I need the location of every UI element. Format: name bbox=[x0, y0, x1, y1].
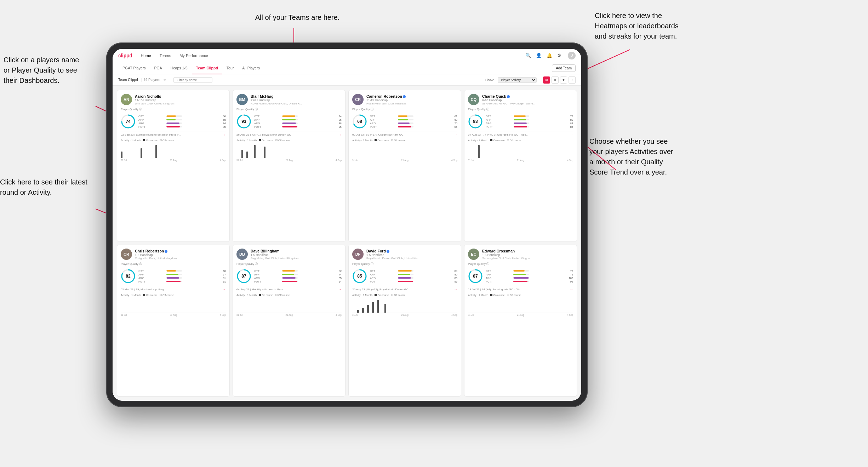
chart-date: 21 Aug bbox=[401, 314, 409, 316]
player-info: Cameron Robertson 11-15 Handicap Royal P… bbox=[366, 94, 457, 105]
player-name[interactable]: Chris Robertson bbox=[135, 249, 226, 253]
tab-hcaps[interactable]: Hcaps 1-5 bbox=[166, 62, 192, 74]
activity-section: Activity · 1 Month On course Off course … bbox=[121, 294, 226, 316]
latest-round[interactable]: 05 Mar 23 | 19, Must make putting → bbox=[121, 286, 226, 291]
latest-round[interactable]: 07 Aug 23 | 77 (+7), St George's Hill GC… bbox=[468, 131, 573, 137]
player-card[interactable]: CQ Charlie Quick 6-10 Handicap St. Georg… bbox=[464, 90, 577, 242]
player-name[interactable]: Charlie Quick bbox=[482, 94, 573, 98]
on-course-dot bbox=[490, 139, 492, 141]
user-avatar[interactable]: U bbox=[568, 52, 576, 59]
player-header: CR Chris Robertson 1-5 Handicap Craigmil… bbox=[121, 249, 226, 260]
on-course-dot bbox=[375, 294, 377, 296]
list-view-button[interactable]: ≡ bbox=[552, 76, 559, 84]
quality-circle[interactable]: 93 bbox=[236, 114, 251, 129]
stats-grid: OTT 61 APP 63 ARG 75 PUTT 85 bbox=[370, 115, 457, 129]
app-logo: clippd bbox=[118, 53, 132, 58]
tab-pgat-players[interactable]: PGAT Players bbox=[118, 62, 150, 74]
profile-icon[interactable]: 👤 bbox=[536, 53, 542, 58]
player-name[interactable]: Dave Billingham bbox=[251, 249, 342, 253]
round-arrow-icon: → bbox=[570, 287, 573, 291]
player-card[interactable]: BM Blair McHarg Plus Handicap Royal Nort… bbox=[233, 90, 346, 242]
player-handicap: 1-5 Handicap bbox=[251, 253, 342, 257]
player-card[interactable]: CR Chris Robertson 1-5 Handicap Craigmil… bbox=[117, 245, 230, 397]
show-select[interactable]: Player Activity Quality Score Trend bbox=[498, 77, 537, 83]
player-name[interactable]: David Ford bbox=[366, 249, 457, 253]
player-info: Edward Crossman 1-5 Handicap Sunningdale… bbox=[482, 249, 573, 260]
nav-teams[interactable]: Teams bbox=[160, 53, 171, 58]
quality-circle[interactable]: 85 bbox=[352, 269, 367, 284]
filter-button[interactable]: ▼ bbox=[560, 76, 567, 84]
quality-circle[interactable]: 87 bbox=[236, 269, 251, 284]
chart-date: 21 Aug bbox=[170, 159, 177, 161]
nav-home[interactable]: Home bbox=[141, 53, 151, 58]
settings-icon[interactable]: ⚙ bbox=[557, 53, 563, 58]
player-avatar: BM bbox=[236, 94, 248, 105]
on-course-label: On course bbox=[377, 294, 389, 296]
off-course-dot bbox=[275, 294, 278, 296]
arg-value: 103 bbox=[549, 277, 573, 280]
tab-tour[interactable]: Tour bbox=[222, 62, 238, 74]
quality-section: 85 OTT 89 APP 80 ARG 83 PUTT 96 bbox=[352, 269, 457, 284]
filter-input[interactable] bbox=[173, 77, 212, 83]
mini-chart bbox=[468, 143, 573, 158]
player-card[interactable]: AN Aaron Nicholls 11-15 Handicap Drift G… bbox=[117, 90, 230, 242]
activity-section: Activity · 1 Month On course Off course … bbox=[352, 139, 457, 161]
on-course-dot bbox=[259, 139, 261, 141]
quality-circle[interactable]: 83 bbox=[468, 114, 483, 129]
quality-section: 83 OTT 77 APP 80 ARG 83 PUTT 86 bbox=[468, 114, 573, 129]
player-card[interactable]: DF David Ford 1-5 Handicap Royal North D… bbox=[348, 245, 461, 397]
putt-label: PUTT bbox=[486, 280, 512, 283]
edit-icon[interactable]: ✏ bbox=[164, 78, 166, 82]
player-name[interactable]: Blair McHarg bbox=[251, 94, 342, 98]
quality-label[interactable]: Player Quality ⓘ bbox=[121, 262, 226, 266]
player-name[interactable]: Aaron Nicholls bbox=[135, 94, 226, 98]
annotation-player-name: Click on a players nameor Player Quality… bbox=[4, 55, 97, 86]
latest-round[interactable]: 26 Aug 23 | 73 (+1), Royal North Devon G… bbox=[236, 131, 342, 137]
player-handicap: 11-15 Handicap bbox=[135, 98, 226, 102]
chart-date: 31 Jul bbox=[121, 159, 127, 161]
player-card[interactable]: EC Edward Crossman 1-5 Handicap Sunningd… bbox=[464, 245, 577, 397]
verified-badge bbox=[387, 250, 389, 253]
latest-round[interactable]: 02 Sep 23 | Sunrise round to get back in… bbox=[121, 131, 226, 137]
round-arrow-icon: → bbox=[454, 287, 457, 291]
quality-label[interactable]: Player Quality ⓘ bbox=[468, 107, 573, 111]
latest-round[interactable]: 26 Aug 23 | 84 (+12), Royal North Devon … bbox=[352, 286, 457, 291]
quality-circle[interactable]: 68 bbox=[352, 114, 367, 129]
on-course-label: On course bbox=[262, 139, 273, 142]
on-course-label: On course bbox=[146, 294, 157, 296]
latest-round[interactable]: 04 Sep 23 | Mobility with coach, Gym → bbox=[236, 286, 342, 291]
bell-icon[interactable]: 🔔 bbox=[547, 53, 552, 58]
add-team-button[interactable]: Add Team bbox=[552, 64, 576, 72]
chart-date: 4 Sep bbox=[336, 314, 342, 316]
sort-button[interactable]: ↕ bbox=[569, 76, 576, 84]
chart-dates: 31 Jul21 Aug4 Sep bbox=[352, 159, 457, 161]
app-label: APP bbox=[254, 273, 281, 276]
quality-circle[interactable]: 87 bbox=[468, 269, 483, 284]
quality-label[interactable]: Player Quality ⓘ bbox=[121, 107, 226, 111]
tab-all-players[interactable]: All Players bbox=[238, 62, 264, 74]
tab-pga[interactable]: PGA bbox=[150, 62, 166, 74]
nav-my-performance[interactable]: My Performance bbox=[179, 53, 208, 58]
quality-label[interactable]: Player Quality ⓘ bbox=[352, 107, 457, 111]
tab-team-clippd[interactable]: Team Clippd bbox=[192, 62, 222, 74]
latest-round[interactable]: 18 Jul 23 | 74 (+4), Sunningdale GC - Ol… bbox=[468, 286, 573, 291]
quality-label[interactable]: Player Quality ⓘ bbox=[352, 262, 457, 266]
quality-circle[interactable]: 74 bbox=[121, 114, 136, 129]
annotation-teams: All of your Teams are here. bbox=[227, 12, 368, 23]
quality-label[interactable]: Player Quality ⓘ bbox=[468, 262, 573, 266]
player-avatar: AN bbox=[121, 94, 132, 105]
quality-label[interactable]: Player Quality ⓘ bbox=[236, 107, 342, 111]
player-name[interactable]: Cameron Robertson bbox=[366, 94, 457, 98]
player-name[interactable]: Edward Crossman bbox=[482, 249, 573, 253]
player-card[interactable]: DB Dave Billingham 1-5 Handicap Sag Main… bbox=[233, 245, 346, 397]
latest-round[interactable]: 02 Jul 23 | 59 (+17), Craigmillar Park G… bbox=[352, 131, 457, 137]
quality-label[interactable]: Player Quality ⓘ bbox=[236, 262, 342, 266]
on-course-dot bbox=[375, 139, 377, 141]
search-icon[interactable]: 🔍 bbox=[525, 53, 531, 58]
player-card[interactable]: CR Cameron Robertson 11-15 Handicap Roya… bbox=[348, 90, 461, 242]
grid-view-button[interactable]: ⊞ bbox=[543, 76, 550, 84]
arg-label: ARG bbox=[254, 277, 281, 280]
chart-date: 31 Jul bbox=[468, 314, 474, 316]
on-course-label: On course bbox=[493, 294, 504, 296]
quality-circle[interactable]: 82 bbox=[121, 269, 136, 284]
